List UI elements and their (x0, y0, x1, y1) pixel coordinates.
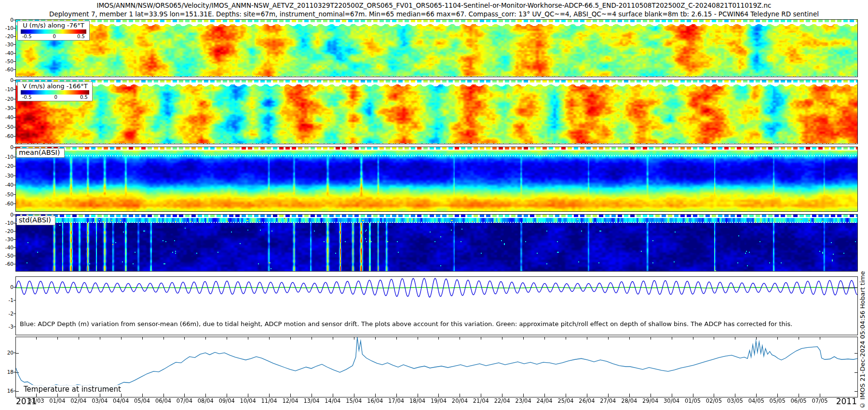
y-tick-label: -30 (0, 236, 14, 242)
y-tick-mark (14, 36, 15, 37)
y-tick-label: 16 (0, 388, 14, 394)
x-date-label: 05/05 (770, 397, 786, 404)
y-tick-mark (14, 391, 15, 391)
x-date-label: 06/04 (155, 397, 171, 404)
y-tick-mark (14, 147, 15, 148)
x-date-label: 03/05 (727, 397, 743, 404)
y-tick-label: 0 (0, 17, 14, 23)
y-tick-label: -40 (0, 114, 14, 120)
y-tick-label: -20 (0, 163, 14, 169)
x-date-label: 14/04 (325, 397, 340, 404)
u-cb-tick-max: 0.5 (77, 34, 85, 39)
year-label-right: 2011 (828, 396, 857, 406)
y-tick-label: -40 (0, 245, 14, 250)
y-tick-label: -50 (0, 58, 14, 64)
figure-title: IMOS/ANMN/NSW/ORS065/Velocity/IMOS_ANMN-… (0, 1, 868, 9)
v-cb-tick-min: -0.5 (22, 95, 32, 100)
y-tick-mark (14, 44, 15, 45)
x-date-label: 26/04 (579, 397, 595, 404)
y-tick-mark (14, 28, 15, 28)
panel-temperature (15, 337, 858, 397)
y-tick-mark (14, 287, 15, 287)
y-tick-label: -60 (0, 67, 14, 72)
y-tick-mark (14, 204, 15, 204)
u-legend-title: U (m/s) along -76°T (20, 22, 87, 29)
x-date-label: 01/04 (49, 397, 65, 404)
y-tick-label: -10 (0, 86, 14, 92)
temperature-label: Temperature at instrument (23, 385, 122, 394)
y-tick-mark (14, 372, 15, 372)
u-colorbar-legend: U (m/s) along -76°T -0.5 0 0.5 (17, 21, 90, 41)
x-date-label: 11/04 (261, 397, 277, 404)
y-tick-label: -20 (0, 228, 14, 234)
y-tick-label: -10 (0, 220, 14, 226)
x-date-label: 25/04 (557, 397, 573, 404)
std-absi-label: std(ABSI) (16, 216, 55, 225)
panel-v-velocity (15, 80, 858, 144)
x-date-label: 09/04 (219, 397, 235, 404)
y-tick-label: -30 (0, 41, 14, 47)
v-legend-title: V (m/s) along -166°T (20, 82, 90, 90)
y-tick-mark (14, 247, 15, 248)
x-date-label: 06/05 (791, 397, 807, 404)
y-tick-label: -50 (0, 191, 14, 197)
y-tick-mark (14, 300, 15, 301)
y-tick-mark (14, 117, 15, 118)
y-tick-mark (14, 89, 15, 90)
y-tick-mark (14, 69, 15, 70)
y-tick-mark (14, 256, 15, 256)
y-tick-mark (14, 99, 15, 99)
y-tick-label: -60 (0, 201, 14, 206)
x-date-label: 03/04 (92, 397, 108, 404)
x-date-label: 20/04 (452, 397, 468, 404)
y-tick-mark (14, 20, 15, 20)
y-tick-label: -50 (0, 253, 14, 259)
figure-subtitle: Deployment 7, member 1 lat=33.9S lon=151… (0, 10, 868, 18)
x-date-label: 19/04 (431, 397, 447, 404)
x-date-label: 05/04 (134, 397, 150, 404)
mean-absi-label: mean(ABSI) (16, 148, 65, 158)
y-tick-mark (14, 176, 15, 176)
y-tick-mark (14, 108, 15, 109)
x-date-label: 18/04 (409, 397, 425, 404)
y-tick-mark (14, 136, 15, 137)
y-tick-mark (14, 157, 15, 157)
y-tick-mark (14, 239, 15, 240)
y-tick-mark (14, 215, 15, 215)
y-tick-label: -10 (0, 154, 14, 160)
y-tick-label: 0 (0, 77, 14, 83)
y-tick-mark (14, 166, 15, 166)
y-tick-mark (14, 264, 15, 264)
x-date-label: 28/04 (621, 397, 637, 404)
y-tick-mark (14, 61, 15, 62)
v-velocity-heatmap (16, 80, 857, 144)
u-cb-tick-mid: 0 (53, 34, 56, 39)
y-tick-label: 0 (0, 144, 14, 150)
x-date-label: 12/04 (282, 397, 298, 404)
y-tick-label: 20 (0, 350, 14, 355)
x-date-label: 08/04 (198, 397, 214, 404)
x-date-label: 07/04 (176, 397, 192, 404)
x-date-label: 27/04 (600, 397, 616, 404)
y-tick-label: -10 (0, 25, 14, 31)
mean-absi-heatmap (16, 147, 857, 211)
y-tick-mark (14, 127, 15, 127)
v-cb-tick-max: 0.5 (80, 95, 88, 100)
panel-std-absi (15, 214, 858, 272)
y-tick-mark (14, 223, 15, 223)
u-colorbar (21, 29, 86, 34)
x-date-label: 29/04 (642, 397, 658, 404)
u-velocity-heatmap (16, 20, 857, 77)
x-date-label: 15/04 (346, 397, 362, 404)
y-tick-mark (14, 53, 15, 54)
x-date-label: 07/05 (812, 397, 827, 404)
x-date-label: 04/04 (113, 397, 129, 404)
y-tick-label: -60 (0, 133, 14, 139)
y-tick-label: 0 (0, 284, 14, 290)
x-date-label: 02/04 (70, 397, 86, 404)
y-tick-mark (14, 327, 15, 327)
std-absi-heatmap (16, 215, 857, 271)
x-date-label: 22/04 (494, 397, 510, 404)
x-date-label: 21/04 (473, 397, 489, 404)
y-tick-label: -1 (0, 297, 14, 303)
